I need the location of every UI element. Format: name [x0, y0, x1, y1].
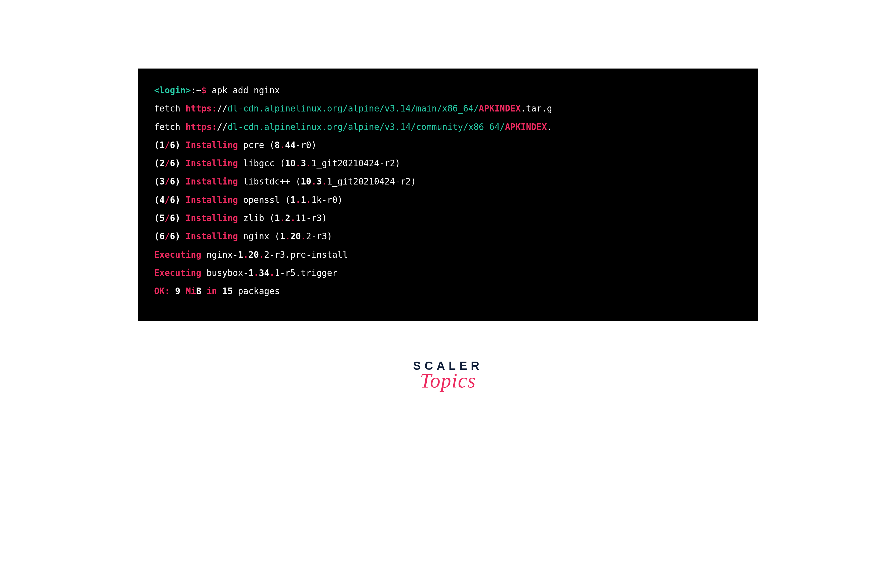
- executing-line-1: Executing nginx-1.20.2-r3.pre-install: [154, 246, 742, 264]
- install-idx: 6: [160, 231, 165, 241]
- install-total: 6: [170, 195, 175, 205]
- url-ext: .tar.g: [521, 103, 552, 114]
- install-idx: 3: [160, 176, 165, 187]
- url-ext: .: [547, 122, 552, 132]
- paren-open: (: [154, 231, 160, 241]
- url-sep: //: [217, 122, 227, 132]
- prompt-colon: :: [191, 85, 196, 95]
- installing-label: Installing: [186, 140, 238, 150]
- ver-dot: .: [306, 158, 311, 168]
- install-slash: /: [165, 158, 170, 168]
- mib-prefix: Mi: [186, 286, 196, 296]
- package-name: zlib: [238, 213, 269, 223]
- ver-minor: 34: [259, 268, 269, 278]
- ver-dot: .: [290, 213, 296, 223]
- ver-paren-open: (: [285, 195, 290, 205]
- paren-open: (: [154, 140, 160, 150]
- ver-dot: .: [269, 268, 274, 278]
- package-name: libgcc: [238, 158, 280, 168]
- fetch-label: fetch: [154, 122, 186, 132]
- ver-minor: 44: [285, 140, 296, 150]
- ver-major: 1: [248, 268, 254, 278]
- ver-patch: 2: [264, 250, 269, 260]
- ver-major: 10: [301, 176, 311, 187]
- ver-patch: 1k: [311, 195, 322, 205]
- ver-major: 1: [290, 195, 296, 205]
- ver-major: 1: [238, 250, 243, 260]
- executing-label: Executing: [154, 250, 201, 260]
- ver-patch: 1: [274, 268, 280, 278]
- ver-paren-close: ): [411, 176, 416, 187]
- fetch-line-1: fetch https://dl-cdn.alpinelinux.org/alp…: [154, 99, 742, 117]
- ver-major: 1: [280, 231, 285, 241]
- install-slash: /: [165, 176, 170, 187]
- ver-paren-close: ): [322, 213, 327, 223]
- ver-patch: 11: [296, 213, 306, 223]
- ver-dot: .: [285, 231, 290, 241]
- prompt-path: ~: [196, 85, 201, 95]
- install-total: 6: [170, 140, 175, 150]
- logo-topics-text: Topics: [420, 369, 476, 393]
- install-total: 6: [170, 231, 175, 241]
- ver-paren-open: (: [280, 158, 285, 168]
- installing-label: Installing: [186, 195, 238, 205]
- ver-rev: r2: [400, 176, 411, 187]
- paren-open: (: [154, 195, 160, 205]
- install-slash: /: [165, 231, 170, 241]
- exec-prefix: nginx-: [201, 250, 238, 260]
- paren-close: ): [175, 158, 186, 168]
- ver-rev: r3: [274, 250, 285, 260]
- ver-dot: .: [311, 176, 317, 187]
- terminal-window[interactable]: <login>:~$ apk add nginx fetch https://d…: [139, 69, 757, 321]
- url-path: dl-cdn.alpinelinux.org/alpine/v3.14/comm…: [227, 122, 505, 132]
- logo: SCALER Topics: [413, 359, 483, 393]
- ver-minor: 2: [285, 213, 290, 223]
- ver-dot: .: [322, 176, 327, 187]
- ver-dot: .: [280, 140, 285, 150]
- install-idx: 4: [160, 195, 165, 205]
- prompt-dollar: $: [201, 85, 207, 95]
- ver-dot: .: [301, 231, 306, 241]
- install-slash: /: [165, 213, 170, 223]
- ver-patch: 1_git20210424: [311, 158, 379, 168]
- ver-rev: r0: [301, 140, 311, 150]
- ver-minor: 20: [290, 231, 301, 241]
- ver-dash: -: [306, 213, 311, 223]
- summary-size: 9: [170, 286, 186, 296]
- paren-close: ): [175, 213, 186, 223]
- ver-paren-close: ): [395, 158, 400, 168]
- installing-label: Installing: [186, 213, 238, 223]
- ver-dot: .: [254, 268, 259, 278]
- ver-dash: -: [311, 231, 317, 241]
- summary-count: 15: [222, 286, 233, 296]
- url-scheme: https:: [186, 103, 217, 114]
- install-line-6: (6/6) Installing nginx (1.20.2-r3): [154, 227, 742, 245]
- in-word: in: [201, 286, 222, 296]
- summary-line: OK: 9 MiB in 15 packages: [154, 282, 742, 300]
- ver-dot: .: [296, 158, 301, 168]
- ver-dot: .: [243, 250, 248, 260]
- install-line-5: (5/6) Installing zlib (1.2.11-r3): [154, 209, 742, 227]
- exec-prefix: busybox-: [201, 268, 248, 278]
- ver-patch: 1_git20210424: [327, 176, 395, 187]
- ver-rev: r3: [311, 213, 322, 223]
- ver-minor: 1: [301, 195, 306, 205]
- install-idx: 5: [160, 213, 165, 223]
- url-path: dl-cdn.alpinelinux.org/alpine/v3.14/main…: [227, 103, 479, 114]
- paren-open: (: [154, 176, 160, 187]
- ver-rev: r0: [327, 195, 338, 205]
- ver-paren-open: (: [269, 140, 274, 150]
- ver-paren-open: (: [269, 213, 274, 223]
- paren-close: ): [175, 140, 186, 150]
- ver-dash: -: [395, 176, 400, 187]
- install-slash: /: [165, 195, 170, 205]
- install-line-2: (2/6) Installing libgcc (10.3.1_git20210…: [154, 154, 742, 172]
- executing-label: Executing: [154, 268, 201, 278]
- install-total: 6: [170, 213, 175, 223]
- ver-minor: 3: [301, 158, 306, 168]
- url-file: APKINDEX: [479, 103, 521, 114]
- url-scheme: https:: [186, 122, 217, 132]
- install-line-4: (4/6) Installing openssl (1.1.1k-r0): [154, 191, 742, 209]
- mib-suffix: B: [196, 286, 201, 296]
- ver-patch: 2: [306, 231, 311, 241]
